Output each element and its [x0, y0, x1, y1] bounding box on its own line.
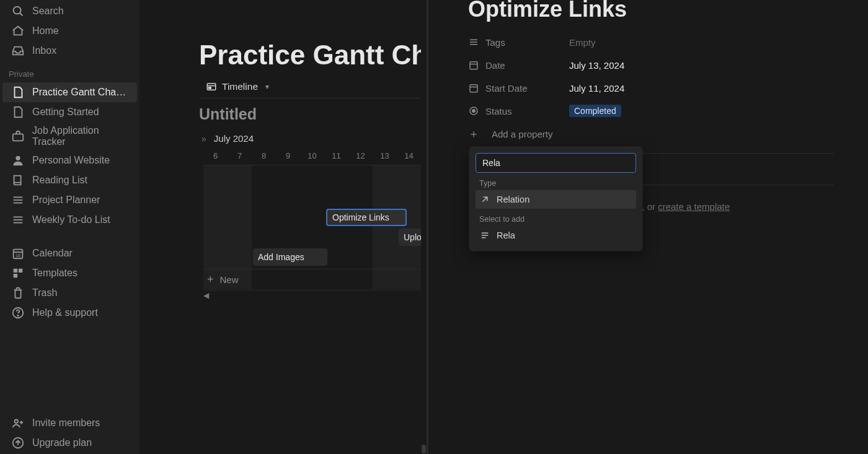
popup-section-type: Type	[476, 173, 636, 190]
calendar-button[interactable]: 18 Calendar	[2, 243, 137, 263]
home-button[interactable]: Home	[2, 21, 137, 41]
status-icon	[468, 105, 485, 116]
timeline-view-tab[interactable]: Timeline ▾	[206, 81, 269, 92]
new-label: New	[220, 274, 239, 285]
page-label: Reading List	[32, 175, 87, 186]
create-template-link[interactable]: create a template	[658, 201, 730, 212]
footer-label: Invite members	[32, 417, 100, 429]
svg-point-0	[14, 7, 21, 14]
timeline-days-header: 6 7 8 9 10 11 12 13 14	[203, 151, 421, 165]
scroll-left-arrow[interactable]: ◀	[203, 291, 209, 300]
day-header: 11	[324, 151, 348, 165]
help-icon	[11, 306, 25, 320]
property-value[interactable]: July 11, 2024	[569, 83, 624, 94]
day-header: 13	[373, 151, 397, 165]
property-row-status[interactable]: Status Completed	[468, 101, 621, 121]
home-icon	[11, 24, 25, 38]
sidebar-page-getting-started[interactable]: Getting Started	[2, 102, 137, 122]
invite-members-button[interactable]: Invite members	[2, 413, 137, 433]
search-button[interactable]: Search	[2, 1, 137, 21]
status-badge[interactable]: Completed	[569, 105, 621, 117]
list-icon	[11, 213, 25, 227]
view-label: Timeline	[222, 81, 258, 92]
trash-button[interactable]: Trash	[2, 283, 137, 303]
inbox-icon	[11, 44, 25, 58]
page-label: Personal Website	[32, 155, 110, 166]
task-bar-add-images[interactable]: Add Images	[253, 248, 327, 266]
private-section-label: Private	[0, 61, 140, 82]
database-title[interactable]: Untitled	[199, 105, 257, 123]
briefcase-icon	[11, 129, 25, 143]
sidebar-page-reading-list[interactable]: Reading List	[2, 170, 137, 190]
property-row-date[interactable]: Date July 13, 2024	[468, 55, 624, 75]
template-hint: e, or create a template	[637, 201, 730, 212]
date-icon	[468, 82, 485, 94]
property-row-tags[interactable]: Tags Empty	[468, 32, 596, 52]
tool-label: Calendar	[32, 248, 73, 259]
sidebar-page-weekly-todo[interactable]: Weekly To-do List	[2, 210, 137, 230]
page-label: Weekly To-do List	[32, 214, 110, 225]
property-value[interactable]: July 13, 2024	[569, 60, 624, 71]
main-content: Practice Gantt Char Timeline ▾ Untitled …	[140, 0, 428, 454]
upgrade-icon	[11, 436, 25, 450]
property-row-start-date[interactable]: Start Date July 11, 2024	[468, 78, 624, 98]
page-label: Project Planner	[32, 194, 100, 206]
popup-option-rela[interactable]: Rela	[476, 226, 636, 245]
add-property-button[interactable]: ＋ Add a property	[468, 124, 552, 144]
invite-icon	[11, 416, 25, 430]
day-header: 8	[252, 151, 276, 165]
sidebar: Search Home Inbox Private Practice Gantt…	[0, 0, 140, 454]
templates-button[interactable]: Templates	[2, 263, 137, 283]
page-icon	[11, 85, 25, 99]
option-label: Rela	[497, 230, 515, 240]
popup-option-relation[interactable]: Relation	[476, 190, 636, 209]
nav-label: Inbox	[32, 45, 56, 56]
plus-icon: +	[207, 273, 214, 286]
timeline-horizontal-scrollbar[interactable]: ◀	[203, 292, 428, 300]
svg-point-33	[472, 110, 476, 113]
page-label: Job Application Tracker	[32, 125, 128, 147]
footer-label: Upgrade plan	[32, 437, 92, 448]
book-icon	[11, 173, 25, 187]
property-label: Tags	[485, 37, 569, 48]
task-label: Optimize Links	[332, 212, 389, 222]
month-navigator[interactable]: » July 2024	[202, 133, 254, 144]
svg-point-18	[15, 420, 19, 424]
svg-rect-2	[13, 134, 24, 141]
day-header: 7	[228, 151, 252, 165]
upgrade-plan-button[interactable]: Upgrade plan	[2, 433, 137, 453]
sidebar-page-project-planner[interactable]: Project Planner	[2, 190, 137, 210]
templates-icon	[11, 266, 25, 280]
tool-label: Trash	[32, 287, 57, 299]
search-icon	[11, 4, 25, 18]
task-label: Add Images	[258, 252, 304, 262]
chevron-right-icon: »	[202, 134, 206, 144]
property-label: Date	[485, 60, 569, 71]
popup-section-select: Select to add	[476, 209, 636, 226]
task-bar-optimize-links[interactable]: Optimize Links	[326, 209, 407, 226]
property-search-popup: Type Relation Select to add Rela	[469, 147, 642, 251]
panel-title[interactable]: Optimize Links	[468, 0, 627, 22]
timeline-icon	[206, 81, 217, 92]
sidebar-page-job-tracker[interactable]: Job Application Tracker	[2, 122, 137, 151]
property-value[interactable]: Empty	[569, 37, 596, 48]
option-label: Relation	[497, 194, 529, 204]
page-label: Practice Gantt Chart on N...	[32, 87, 128, 98]
trash-icon	[11, 286, 25, 300]
inbox-button[interactable]: Inbox	[2, 41, 137, 61]
month-label: July 2024	[214, 133, 254, 144]
day-header: 6	[203, 151, 228, 165]
svg-rect-13	[14, 269, 17, 273]
plus-icon: ＋	[468, 126, 485, 141]
svg-text:18: 18	[16, 253, 20, 258]
help-button[interactable]: Help & support	[2, 303, 137, 323]
sidebar-page-personal-website[interactable]: Personal Website	[2, 151, 137, 170]
new-row-button[interactable]: + New	[203, 269, 428, 290]
svg-line-1	[20, 13, 22, 15]
date-icon	[468, 59, 485, 71]
property-label: Status	[485, 106, 569, 116]
property-search-input[interactable]	[476, 153, 636, 173]
main-vertical-scrollbar[interactable]	[421, 0, 427, 454]
page-title: Practice Gantt Char	[199, 40, 428, 71]
sidebar-page-gantt[interactable]: Practice Gantt Chart on N...	[2, 82, 137, 102]
